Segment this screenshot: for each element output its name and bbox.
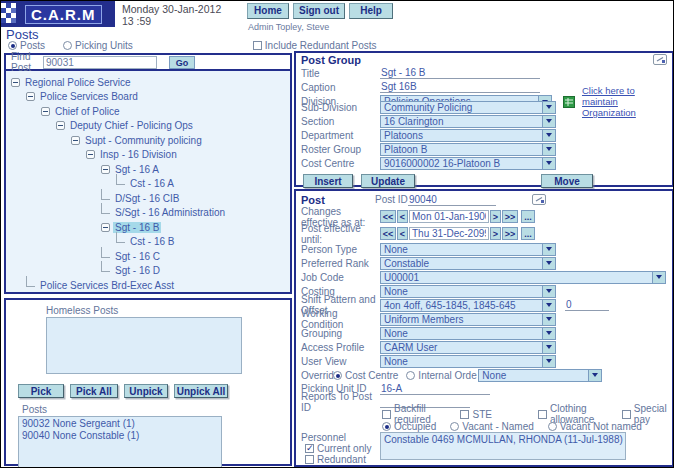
help-button[interactable]: Help bbox=[349, 3, 393, 19]
department-select[interactable]: Platoons bbox=[380, 129, 556, 142]
post-group-insert-button[interactable]: Insert bbox=[303, 174, 353, 188]
tree-item[interactable]: Chief of Police bbox=[6, 104, 290, 119]
picking-unit-id-input[interactable] bbox=[380, 383, 490, 395]
date-next-button[interactable]: > bbox=[490, 227, 501, 240]
grouping-select[interactable]: None bbox=[380, 327, 556, 340]
user-view-select[interactable]: None bbox=[380, 355, 556, 368]
vacant-not-named-radio[interactable] bbox=[548, 422, 557, 431]
chevron-down-icon[interactable] bbox=[542, 244, 555, 255]
sub-division-select[interactable]: Community Policing bbox=[380, 101, 556, 114]
home-button[interactable]: Home bbox=[247, 3, 289, 19]
job-code-select[interactable]: U00001 bbox=[380, 271, 666, 284]
chevron-down-icon[interactable] bbox=[542, 286, 555, 297]
override-internal-order-radio[interactable] bbox=[406, 371, 415, 380]
collapse-icon[interactable] bbox=[41, 107, 50, 116]
chevron-down-icon[interactable] bbox=[542, 258, 555, 269]
tree-item[interactable]: Police Services Board bbox=[6, 90, 290, 105]
chevron-down-icon[interactable] bbox=[542, 314, 555, 325]
access-profile-select[interactable]: CARM User bbox=[380, 341, 556, 354]
date-picker-button[interactable]: ... bbox=[521, 227, 535, 240]
chevron-down-icon[interactable] bbox=[542, 342, 555, 353]
chevron-down-icon[interactable] bbox=[542, 130, 555, 141]
edit-note-icon[interactable] bbox=[653, 54, 667, 65]
costing-select[interactable]: None bbox=[380, 285, 556, 298]
list-item[interactable]: Constable 0469 MCMULLAN, RHONDA (11-Jul-… bbox=[381, 434, 625, 446]
post-id-input[interactable] bbox=[408, 194, 496, 206]
tree-item[interactable]: Insp - 16 Division bbox=[6, 148, 290, 163]
date-last-button[interactable]: >> bbox=[502, 227, 518, 240]
working-condition-select[interactable]: Uniform Members bbox=[380, 313, 556, 326]
chevron-down-icon[interactable] bbox=[542, 102, 555, 113]
tree-item[interactable]: Police Services Brd-Exec Asst bbox=[6, 278, 290, 292]
tree-item[interactable]: Cst - 16 B bbox=[6, 235, 290, 250]
shift-offset-input[interactable] bbox=[565, 299, 609, 311]
maintain-organization-icon[interactable] bbox=[563, 96, 575, 108]
date-first-button[interactable]: << bbox=[380, 227, 396, 240]
vacant-named-radio[interactable] bbox=[450, 422, 459, 431]
unpick-all-button[interactable]: Unpick All bbox=[174, 384, 228, 398]
date-last-button[interactable]: >> bbox=[502, 210, 518, 223]
date-picker-button[interactable]: ... bbox=[521, 210, 535, 223]
pick-all-button[interactable]: Pick All bbox=[70, 384, 118, 398]
date-next-button[interactable]: > bbox=[490, 210, 501, 223]
preferred-rank-select[interactable]: Constable bbox=[380, 257, 556, 270]
chevron-down-icon[interactable] bbox=[542, 158, 555, 169]
list-item[interactable]: 90032 None Sergeant (1) bbox=[19, 418, 221, 430]
override-cost-centre-radio[interactable] bbox=[333, 371, 342, 380]
clothing-allowance-checkbox[interactable] bbox=[538, 410, 547, 419]
collapse-icon[interactable] bbox=[71, 136, 80, 145]
chevron-down-icon[interactable] bbox=[542, 328, 555, 339]
pick-button[interactable]: Pick bbox=[18, 384, 64, 398]
tree-item[interactable]: Sgt - 16 C bbox=[6, 249, 290, 264]
maintain-organization-link[interactable]: Click here to maintain Organization bbox=[582, 85, 672, 118]
ste-checkbox[interactable] bbox=[460, 410, 469, 419]
personnel-listbox[interactable]: Constable 0469 MCMULLAN, RHONDA (11-Jul-… bbox=[380, 432, 626, 460]
date-prev-button[interactable]: < bbox=[397, 210, 408, 223]
picking-units-radio[interactable] bbox=[63, 41, 72, 50]
post-group-move-button[interactable]: Move bbox=[541, 174, 593, 188]
shift-pattern-select[interactable]: 4on 4off, 645-1845, 1845-645 bbox=[380, 299, 556, 312]
tree-item[interactable]: Deputy Chief - Policing Ops bbox=[6, 119, 290, 134]
chevron-down-icon[interactable] bbox=[542, 144, 555, 155]
roster-group-select[interactable]: Platoon B bbox=[380, 143, 556, 156]
tree-item[interactable]: S/Sgt - 16 Administration bbox=[6, 206, 290, 221]
date-first-button[interactable]: << bbox=[380, 210, 396, 223]
chevron-down-icon[interactable] bbox=[542, 300, 555, 311]
sign-out-button[interactable]: Sign out bbox=[293, 3, 345, 19]
tree-item[interactable]: D/Sgt - 16 CIB bbox=[6, 191, 290, 206]
chevron-down-icon[interactable] bbox=[542, 356, 555, 367]
current-only-checkbox[interactable] bbox=[305, 444, 314, 453]
chevron-down-icon[interactable] bbox=[542, 116, 555, 127]
override-select[interactable]: None bbox=[478, 369, 602, 382]
tree-item[interactable]: Sgt - 16 A bbox=[6, 162, 290, 177]
go-button[interactable]: Go bbox=[169, 56, 195, 69]
changes-effective-date-input[interactable] bbox=[409, 210, 489, 223]
posts-listbox[interactable]: 90032 None Sergeant (1)90040 None Consta… bbox=[18, 416, 222, 468]
backfill-required-checkbox[interactable] bbox=[382, 410, 391, 419]
chevron-down-icon[interactable] bbox=[588, 370, 601, 381]
redundant-checkbox[interactable] bbox=[305, 455, 314, 464]
list-item[interactable]: 90040 None Constable (1) bbox=[19, 430, 221, 442]
collapse-icon[interactable] bbox=[101, 165, 110, 174]
title-input[interactable] bbox=[380, 67, 540, 79]
date-prev-button[interactable]: < bbox=[397, 227, 408, 240]
collapse-icon[interactable] bbox=[86, 150, 95, 159]
occupied-radio[interactable] bbox=[382, 422, 391, 431]
tree-item[interactable]: Sgt - 16 B bbox=[6, 220, 290, 235]
collapse-icon[interactable] bbox=[101, 223, 110, 232]
tree-item[interactable]: Regional Police Service bbox=[6, 75, 290, 90]
tree-item[interactable]: Supt - Community policing bbox=[6, 133, 290, 148]
edit-note-icon[interactable] bbox=[532, 194, 546, 205]
person-type-select[interactable]: None bbox=[380, 243, 556, 256]
posts-radio[interactable] bbox=[8, 41, 17, 50]
collapse-icon[interactable] bbox=[26, 92, 35, 101]
special-pay-checkbox[interactable] bbox=[622, 410, 631, 419]
include-redundant-checkbox[interactable] bbox=[253, 41, 262, 50]
post-effective-until-date-input[interactable] bbox=[409, 227, 489, 240]
cost-centre-select[interactable]: 9016000002 16-Platoon B bbox=[380, 157, 556, 170]
collapse-icon[interactable] bbox=[11, 78, 20, 87]
tree-item[interactable]: Sgt - 16 D bbox=[6, 264, 290, 279]
caption-input[interactable] bbox=[380, 81, 540, 93]
homeless-posts-listbox[interactable] bbox=[46, 317, 242, 374]
collapse-icon[interactable] bbox=[56, 121, 65, 130]
